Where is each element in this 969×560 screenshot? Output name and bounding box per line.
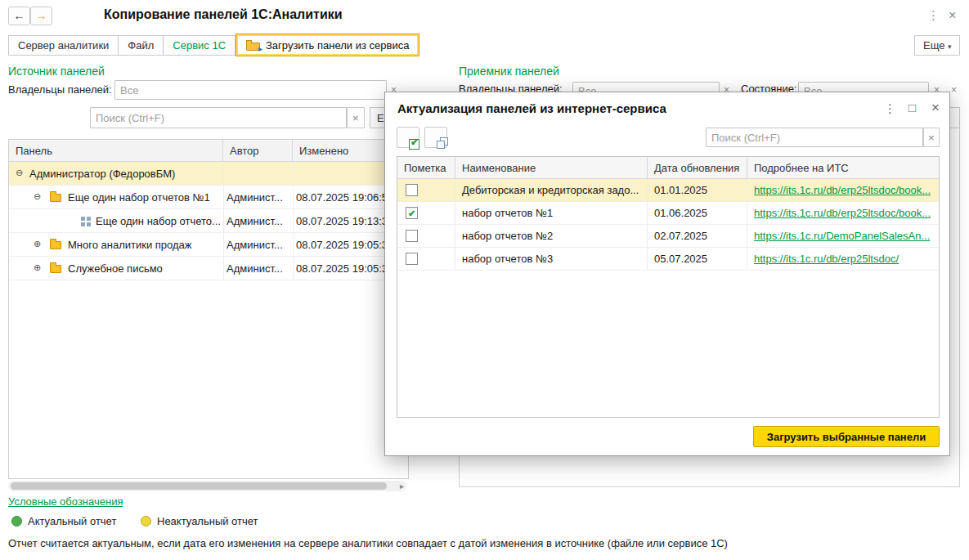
row-checkbox[interactable] xyxy=(406,184,418,196)
column-header-name[interactable]: Наименование xyxy=(455,157,648,179)
tab-analytics-server[interactable]: Сервер аналитики xyxy=(8,35,119,56)
dialog-table-header: Пометка Наименование Дата обновления Под… xyxy=(397,157,939,179)
tab-file[interactable]: Файл xyxy=(118,35,164,56)
dialog-panels-table: Пометка Наименование Дата обновления Под… xyxy=(397,156,940,418)
row-author: Админист... xyxy=(227,186,290,209)
dialog-title: Актуализация панелей из интернет-сервиса xyxy=(397,101,666,115)
table-row-folder-3[interactable]: ⊕ Служебное письмо Админист... 08.07.202… xyxy=(9,257,408,280)
column-separator xyxy=(223,162,224,280)
source-panels-table: Панель Автор Изменено ⊖ Администратор (Ф… xyxy=(8,139,409,479)
row-name: Дебиторская и кредиторская задо... xyxy=(455,179,648,202)
chevron-down-icon: ▾ xyxy=(948,43,952,51)
row-date: 01.01.2025 xyxy=(648,179,747,202)
source-type-switch: Сервер аналитики Файл Сервис 1С xyxy=(8,35,236,56)
history-forward-button[interactable]: → xyxy=(30,7,52,25)
load-panels-label: Загрузить панели из сервиса xyxy=(266,39,409,52)
inactual-status-dot xyxy=(141,516,151,526)
dialog-row-3[interactable]: набор отчетов №2 02.07.2025 https://its.… xyxy=(397,225,939,248)
actual-status-label: Актуальный отчет xyxy=(28,515,116,527)
column-separator xyxy=(293,162,294,280)
collapse-expander-icon[interactable]: ⊖ xyxy=(16,168,23,178)
table-row-folder-1[interactable]: ⊖ Еще один набор отчетов №1 Админист... … xyxy=(9,186,408,209)
dialog-row-4[interactable]: набор отчетов №3 05.07.2025 https://its.… xyxy=(397,248,939,271)
table-row-folder-2[interactable]: ⊕ Много аналитики продаж Админист... 08.… xyxy=(9,233,408,257)
row-name: Служебное письмо xyxy=(68,257,219,280)
tab-service-1c[interactable]: Сервис 1С xyxy=(163,35,236,56)
column-header-author[interactable]: Автор xyxy=(223,140,293,162)
horizontal-scrollbar[interactable]: ▸ xyxy=(8,481,406,491)
set-all-marks-button[interactable]: ✔ xyxy=(397,127,419,148)
source-search-input[interactable] xyxy=(90,107,347,128)
expand-expander-icon[interactable]: ⊕ xyxy=(34,262,41,273)
dialog-row-2[interactable]: ✔ набор отчетов №1 01.06.2025 https://it… xyxy=(397,202,939,225)
dialog-menu-icon[interactable]: ⋮ xyxy=(884,101,896,116)
row-name: набор отчетов №3 xyxy=(455,248,648,271)
row-name: Много аналитики продаж xyxy=(68,233,219,257)
check-icon: ✔ xyxy=(406,208,417,219)
scrollbar-thumb[interactable] xyxy=(11,482,387,490)
column-header-mark[interactable]: Пометка xyxy=(397,157,455,179)
row-name: Еще один набор отчето... xyxy=(96,209,220,233)
report-grid-icon xyxy=(81,217,91,226)
history-back-button[interactable]: ← xyxy=(8,7,30,25)
column-header-date[interactable]: Дата обновления xyxy=(648,157,747,179)
window-close-icon[interactable]: × xyxy=(949,8,956,23)
folder-icon xyxy=(50,265,61,273)
row-author: Админист... xyxy=(227,257,290,280)
its-link[interactable]: https://its.1c.ru/db/erp25ltsdoc/ xyxy=(754,253,899,265)
dialog-maximize-icon[interactable]: □ xyxy=(908,101,916,114)
dialog-row-1[interactable]: Дебиторская и кредиторская задо... 01.01… xyxy=(397,179,939,202)
row-checkbox[interactable] xyxy=(406,230,418,242)
dialog-close-icon[interactable]: × xyxy=(931,100,940,116)
source-table-header: Панель Автор Изменено xyxy=(9,140,408,162)
row-checkbox[interactable]: ✔ xyxy=(406,207,418,219)
dialog-search-input[interactable] xyxy=(706,128,923,147)
column-header-its[interactable]: Подробнее на ИТС xyxy=(747,157,940,179)
its-link[interactable]: https://its.1c.ru/DemoPanelSalesAn... xyxy=(754,230,930,242)
row-checkbox[interactable] xyxy=(406,253,418,265)
row-date: 01.06.2025 xyxy=(648,202,747,225)
receiver-clear-icon[interactable]: × xyxy=(951,84,957,96)
page-title: Копирование панелей 1С:Аналитики xyxy=(104,7,343,22)
scroll-right-icon[interactable]: ▸ xyxy=(400,481,404,491)
receiver-panel-title: Приемник панелей xyxy=(459,65,559,78)
row-date: 02.07.2025 xyxy=(648,225,747,248)
table-row-report-1[interactable]: Еще один набор отчето... Админист... 08.… xyxy=(9,209,408,233)
app-window: ← → Копирование панелей 1С:Аналитики ⋮ ×… xyxy=(0,0,969,560)
source-search-clear-button[interactable]: × xyxy=(347,107,365,128)
expand-expander-icon[interactable]: ⊕ xyxy=(34,239,41,249)
unset-all-marks-button[interactable] xyxy=(424,127,447,148)
folder-icon xyxy=(50,194,61,202)
actualization-dialog: Актуализация панелей из интернет-сервиса… xyxy=(384,92,950,456)
source-panel-title: Источник панелей xyxy=(8,65,105,78)
source-owners-label: Владельцы панелей: xyxy=(8,83,112,96)
inactual-status-label: Неактуальный отчет xyxy=(157,515,258,527)
row-author: Админист... xyxy=(227,209,290,233)
legend-link[interactable]: Условные обозначения xyxy=(8,495,123,508)
row-name: Еще один набор отчетов №1 xyxy=(68,186,219,209)
row-name: Администратор (ФедоровБМ) xyxy=(29,162,218,186)
folder-download-icon: ▸ xyxy=(246,40,260,51)
actual-status-dot xyxy=(11,516,22,526)
row-date: 05.07.2025 xyxy=(648,248,747,271)
table-row-administrator[interactable]: ⊖ Администратор (ФедоровБМ) xyxy=(9,162,408,186)
load-panels-from-service-button[interactable]: ▸Загрузить панели из сервиса xyxy=(236,34,419,56)
window-menu-icon[interactable]: ⋮ xyxy=(927,8,940,23)
column-header-panel[interactable]: Панель xyxy=(9,140,223,162)
folder-icon xyxy=(50,241,61,249)
source-owners-input[interactable] xyxy=(114,80,387,100)
row-author: Админист... xyxy=(227,233,290,257)
row-name: набор отчетов №2 xyxy=(455,225,648,248)
legend-note: Отчет считается актуальным, если дата ег… xyxy=(8,537,908,549)
more-button[interactable]: Еще ▾ xyxy=(914,35,960,56)
its-link[interactable]: https://its.1c.ru/db/erp25ltsdoc/book... xyxy=(754,184,931,196)
load-selected-panels-button[interactable]: Загрузить выбранные панели xyxy=(753,426,940,447)
dialog-search-clear-button[interactable]: × xyxy=(923,128,940,147)
row-name: набор отчетов №1 xyxy=(455,202,648,225)
collapse-expander-icon[interactable]: ⊖ xyxy=(34,191,41,202)
its-link[interactable]: https://its.1c.ru/db/erp25ltsdoc/book... xyxy=(754,207,931,219)
